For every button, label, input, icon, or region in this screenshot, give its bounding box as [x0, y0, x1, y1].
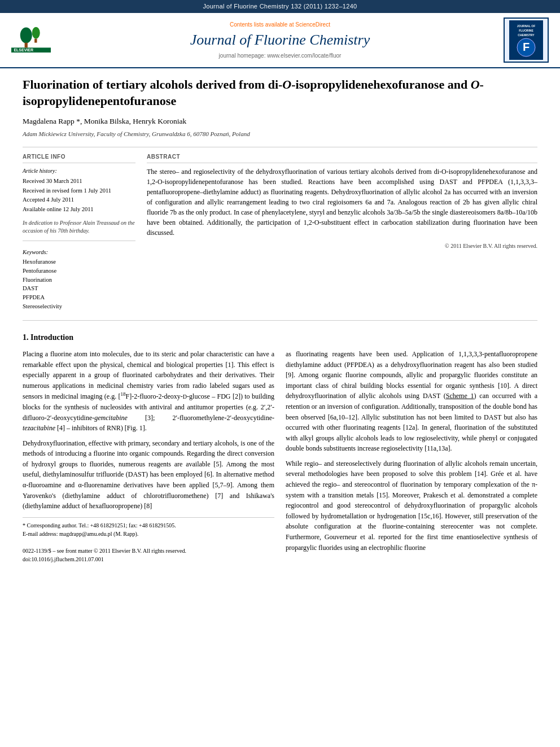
divider-keywords [23, 241, 135, 241]
svg-rect-3 [25, 43, 28, 48]
abstract-column: ABSTRACT The stereo– and regioselectivit… [147, 153, 537, 312]
footnote-email: E-mail address: magdrapp@amu.edu.pl (M. … [23, 530, 274, 538]
footnote-corresponding: * Corresponding author. Tel.: +48 618291… [23, 521, 274, 530]
authors: Magdalena Rapp *, Monika Bilska, Henryk … [23, 116, 537, 127]
keywords-label: Keywords: [23, 249, 48, 255]
journal-header-bar: Journal of Fluorine Chemistry 132 (2011)… [0, 0, 560, 13]
abstract-text: The stereo– and regioselectivity of the … [147, 167, 537, 238]
journal-title: Journal of Fluorine Chemistry [56, 30, 504, 50]
keyword-4: DAST [23, 285, 135, 293]
keywords-section: Keywords: Hexofuranose Pentofuranose Flu… [23, 247, 135, 311]
elsevier-logo: ELSEVIER [11, 25, 56, 55]
article-title: Fluorination of tertiary alcohols derive… [23, 77, 537, 109]
intro-right-text: as fluorinating reagents have been used.… [286, 349, 537, 553]
footnote-doi: doi:10.1016/j.jfluchem.2011.07.001 [23, 555, 274, 563]
journal-citation: Journal of Fluorine Chemistry 132 (2011)… [203, 3, 357, 10]
intro-left-text: Placing a fluorine atom into molecules, … [23, 349, 274, 512]
intro-heading: 1. Introduction [23, 332, 537, 343]
content-area: Fluorination of tertiary alcohols derive… [0, 68, 560, 571]
dedication: In dedication to Professor Alain Treassa… [23, 219, 135, 235]
journal-title-area: Contents lists available at ScienceDirec… [56, 21, 504, 59]
keyword-2: Pentofuranose [23, 267, 135, 276]
intro-left-p2: Dehydroxyfluorination, effective with pr… [23, 438, 274, 512]
journal-header: ELSEVIER Contents lists available at Sci… [0, 13, 560, 68]
abstract-body: The stereo– and regioselectivity of the … [147, 168, 537, 237]
intro-right-p1: as fluorinating reagents have been used.… [286, 349, 537, 454]
copyright-notice: © 2011 Elsevier B.V. All rights reserved… [147, 242, 537, 250]
keyword-3: Fluorination [23, 276, 135, 285]
intro-left-col: Placing a fluorine atom into molecules, … [23, 349, 274, 563]
intro-left-p1: Placing a fluorine atom into molecules, … [23, 349, 274, 434]
history-label: Article history: [23, 167, 135, 176]
svg-text:FLUORINE: FLUORINE [519, 29, 533, 32]
abstract-label: ABSTRACT [147, 153, 537, 163]
divider-2 [23, 320, 537, 321]
footnotes: * Corresponding author. Tel.: +48 618291… [23, 517, 274, 563]
intro-right-col: as fluorinating reagents have been used.… [286, 349, 537, 563]
svg-rect-5 [34, 39, 37, 43]
svg-point-2 [20, 28, 32, 43]
contents-label: Contents lists available at [230, 21, 294, 28]
intro-right-p2: While regio– and stereoselectively durin… [286, 458, 537, 553]
available-date: Available online 12 July 2011 [23, 206, 93, 212]
authors-text: Magdalena Rapp *, Monika Bilska, Henryk … [23, 117, 186, 125]
journal-logo-box: JOURNAL OF FLUORINE CHEMISTRY F [504, 18, 549, 63]
intro-body: Placing a fluorine atom into molecules, … [23, 349, 537, 563]
received-revised-date: Received in revised form 1 July 2011 [23, 187, 111, 194]
introduction-section: 1. Introduction Placing a fluorine atom … [23, 332, 537, 563]
keyword-5: PFPDEA [23, 294, 135, 302]
divider-1 [23, 147, 537, 147]
svg-text:F: F [523, 41, 530, 53]
svg-text:JOURNAL OF: JOURNAL OF [517, 24, 535, 28]
sciencedirect-label: ScienceDirect [295, 21, 330, 28]
keywords-list: Hexofuranose Pentofuranose Fluorination … [23, 258, 135, 311]
article-info-column: ARTICLE INFO Article history: Received 3… [23, 153, 135, 312]
sciencedirect-link: Contents lists available at ScienceDirec… [56, 21, 504, 29]
svg-text:ELSEVIER: ELSEVIER [14, 49, 33, 53]
svg-text:CHEMISTRY: CHEMISTRY [518, 33, 535, 37]
svg-point-4 [32, 27, 40, 39]
journal-homepage: journal homepage: www.elsevier.com/locat… [56, 52, 504, 60]
accepted-date: Accepted 4 July 2011 [23, 196, 74, 203]
keyword-1: Hexofuranose [23, 258, 135, 267]
article-info-abstract: ARTICLE INFO Article history: Received 3… [23, 153, 537, 312]
footnote-issn: 0022-1139/$ – see front matter © 2011 El… [23, 547, 274, 555]
affiliation: Adam Mickiewicz University, Faculty of C… [23, 130, 537, 138]
article-history: Article history: Received 30 March 2011 … [23, 167, 135, 215]
reported-text: reported [378, 533, 401, 541]
article-info-label: ARTICLE INFO [23, 153, 135, 163]
received-date: Received 30 March 2011 [23, 178, 82, 184]
keyword-6: Stereoselectivity [23, 303, 135, 311]
